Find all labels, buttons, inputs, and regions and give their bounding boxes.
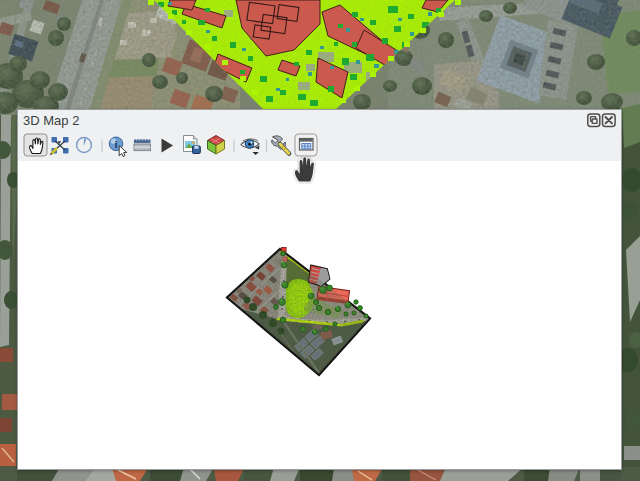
svg-text:i: i (114, 138, 117, 150)
